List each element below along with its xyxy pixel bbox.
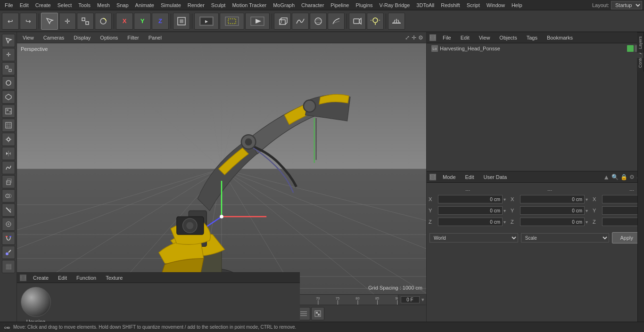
vp-icon-move[interactable]: ✛	[412, 34, 416, 41]
obj-item-harvesting-head[interactable]: Lo Harvesting_Head_Ponsse	[427, 43, 644, 54]
obj-tab-view[interactable]: View	[476, 34, 493, 41]
sidebar-scale-btn[interactable]	[2, 62, 15, 75]
attr-icon-lock[interactable]: 🔒	[620, 174, 627, 180]
undo-button[interactable]: ↩	[2, 13, 19, 30]
x-axis-button[interactable]: X	[116, 13, 133, 30]
sidebar-rotate-btn[interactable]	[2, 76, 15, 89]
vp-icon-settings[interactable]: ⚙	[418, 34, 423, 41]
mat-tab-texture[interactable]: Texture	[103, 274, 125, 282]
menu-sculpt[interactable]: Sculpt	[208, 1, 229, 9]
scale-button[interactable]	[77, 13, 94, 30]
menu-simulate[interactable]: Simulate	[158, 1, 184, 9]
frame-input[interactable]: 0 F	[401, 296, 420, 303]
x-arrow[interactable]: ▾	[503, 197, 507, 202]
floor-button[interactable]	[388, 13, 405, 30]
vtab-layers[interactable]: Layers	[637, 32, 644, 53]
mat-tab-edit[interactable]: Edit	[55, 274, 70, 282]
material-item-housing[interactable]: Housing	[21, 287, 51, 324]
sidebar-grid-btn[interactable]	[2, 260, 15, 273]
camera-button[interactable]	[349, 13, 366, 30]
z-arrow[interactable]: ▾	[503, 219, 507, 225]
menu-file[interactable]: File	[2, 1, 16, 9]
menu-help[interactable]: Help	[509, 1, 525, 9]
redo-button[interactable]: ↪	[20, 13, 37, 30]
cube-button[interactable]	[274, 13, 291, 30]
frame-arrow[interactable]: ▾	[421, 297, 424, 303]
menu-vray[interactable]: V-Ray Bridge	[377, 1, 413, 9]
view-menu-view[interactable]: View	[20, 34, 37, 41]
sidebar-select-btn[interactable]	[2, 34, 15, 47]
obj-tab-bookmarks[interactable]: Bookmarks	[544, 34, 576, 41]
obj-tab-edit[interactable]: Edit	[458, 34, 472, 41]
menu-pipeline[interactable]: Pipeline	[328, 1, 352, 9]
menu-3dtoall[interactable]: 3DToAll	[413, 1, 437, 9]
menu-animate[interactable]: Animate	[132, 1, 157, 9]
menu-character[interactable]: Character	[298, 1, 327, 9]
scale-z-arrow[interactable]: ▾	[585, 219, 589, 225]
view-menu-panel[interactable]: Panel	[146, 34, 165, 41]
menu-motion-tracker[interactable]: Motion Tracker	[229, 1, 269, 9]
menu-window[interactable]: Window	[484, 1, 508, 9]
menu-plugins[interactable]: Plugins	[353, 1, 375, 9]
z-pos-input[interactable]	[438, 218, 503, 226]
scale-x-arrow[interactable]: ▾	[585, 197, 589, 202]
view-menu-display[interactable]: Display	[71, 34, 93, 41]
menu-render[interactable]: Render	[185, 1, 207, 9]
scale-z-input[interactable]	[520, 218, 585, 226]
y-pos-input[interactable]	[438, 206, 503, 215]
y-axis-button[interactable]: Y	[134, 13, 151, 30]
menu-edit[interactable]: Edit	[17, 1, 32, 9]
z-axis-button[interactable]: Z	[152, 13, 169, 30]
attr-tab-edit[interactable]: Edit	[462, 173, 477, 181]
render-region-button[interactable]	[220, 13, 244, 30]
apply-button[interactable]: Apply	[612, 232, 641, 243]
viewport-3d[interactable]: Perspective Grid Spacing : 1000 cm	[17, 43, 426, 294]
menu-create[interactable]: Create	[33, 1, 54, 9]
world-dropdown[interactable]: World	[429, 233, 518, 243]
obj-tab-objects[interactable]: Objects	[496, 34, 520, 41]
attr-tab-userdata[interactable]: User Data	[481, 173, 510, 181]
y-arrow[interactable]: ▾	[503, 208, 507, 213]
object-mode-button[interactable]	[173, 13, 190, 30]
nurbs-button[interactable]	[310, 13, 327, 30]
scale-y-arrow[interactable]: ▾	[585, 208, 589, 213]
spline-button[interactable]	[292, 13, 309, 30]
mat-tab-function[interactable]: Function	[74, 274, 99, 282]
obj-visible-icon[interactable]	[627, 45, 634, 52]
menu-mograph[interactable]: MoGraph	[270, 1, 297, 9]
sidebar-uv-btn[interactable]	[2, 119, 15, 132]
render-active-view-button[interactable]	[245, 13, 270, 30]
obj-tab-tags[interactable]: Tags	[524, 34, 540, 41]
rotate-button[interactable]	[95, 13, 112, 30]
mat-tab-create[interactable]: Create	[30, 274, 51, 282]
sidebar-smooth-btn[interactable]	[2, 218, 15, 231]
scale-dropdown[interactable]: Scale	[521, 233, 610, 243]
select-model-button[interactable]	[41, 13, 58, 30]
sidebar-paint-btn[interactable]	[2, 246, 15, 259]
attr-icon-search[interactable]: 🔍	[611, 174, 619, 180]
btn-preview[interactable]	[311, 307, 324, 320]
sidebar-mirror-btn[interactable]	[2, 147, 15, 160]
sidebar-boole-btn[interactable]	[2, 189, 15, 202]
deformer-button[interactable]	[328, 13, 345, 30]
layout-select[interactable]: Startup	[611, 1, 642, 9]
menu-redshift[interactable]: Redshift	[438, 1, 462, 9]
scale-x-input[interactable]	[520, 195, 585, 203]
view-menu-filter[interactable]: Filter	[124, 34, 141, 41]
attr-icon-up[interactable]: ▲	[603, 173, 610, 181]
render-picture-viewer-button[interactable]: ▶	[194, 13, 219, 30]
attr-tab-mode[interactable]: Mode	[440, 173, 459, 181]
sidebar-knife-btn[interactable]	[2, 203, 15, 217]
vp-icon-expand[interactable]: ⤢	[405, 34, 410, 41]
attr-icon-settings[interactable]: ⚙	[629, 174, 635, 180]
view-menu-options[interactable]: Options	[97, 34, 121, 41]
scale-y-input[interactable]	[520, 206, 585, 215]
menu-snap[interactable]: Snap	[114, 1, 132, 9]
sidebar-move-btn[interactable]: ✛	[2, 48, 15, 61]
obj-tab-file[interactable]: File	[440, 34, 454, 41]
sidebar-extrude-btn[interactable]	[2, 175, 15, 188]
light-button[interactable]	[367, 13, 384, 30]
menu-script[interactable]: Script	[464, 1, 483, 9]
sidebar-texture-btn[interactable]	[2, 105, 15, 118]
menu-tools[interactable]: Tools	[75, 1, 93, 9]
